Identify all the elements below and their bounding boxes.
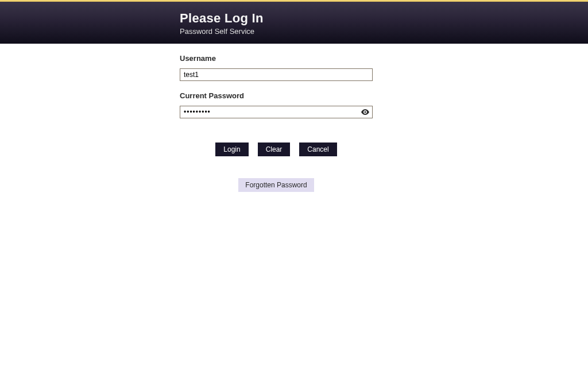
cancel-button[interactable]: Cancel [299,143,336,156]
page-title: Please Log In [180,11,588,26]
clear-button[interactable]: Clear [258,143,291,156]
forgot-row: Forgotten Password [180,178,373,192]
action-button-row: Login Clear Cancel [180,143,373,156]
page-header: Please Log In Password Self Service [0,2,588,44]
password-label: Current Password [180,91,588,100]
login-button[interactable]: Login [215,143,248,156]
login-form: Username Current Password [180,54,588,118]
page-subtitle: Password Self Service [180,27,588,36]
password-input[interactable] [180,106,373,118]
forgotten-password-button[interactable]: Forgotten Password [238,178,314,192]
username-label: Username [180,54,588,63]
eye-icon[interactable] [361,109,369,115]
username-input[interactable] [180,68,373,81]
